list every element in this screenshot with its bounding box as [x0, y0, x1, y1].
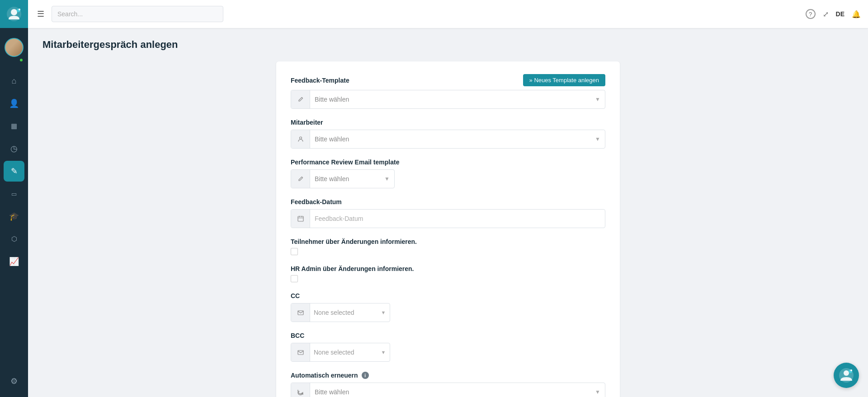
analytics-icon: 📈 [9, 257, 19, 266]
cc-select-row[interactable]: None selected ▼ [291, 303, 390, 322]
info-icon[interactable]: i [362, 372, 369, 379]
email-template-select[interactable]: Bitte wählen [310, 170, 380, 188]
email-icon [291, 304, 310, 322]
bcc-section: BCC None selected ▼ [291, 332, 605, 362]
sidebar-item-users[interactable]: 👤 [4, 93, 24, 114]
feedback-datum-row [291, 209, 605, 228]
cc-value: None selected [310, 304, 377, 322]
sidebar-item-education[interactable]: 🎓 [4, 206, 24, 227]
calendar2-icon [291, 210, 310, 228]
feedback-template-chevron: ▼ [590, 90, 605, 108]
mitarbeiter-section: Mitarbeiter Bitte wählen ▼ [291, 119, 605, 149]
menu-button[interactable]: ☰ [35, 7, 46, 21]
content-area: Mitarbeitergespräch anlegen Feedback-Tem… [28, 28, 868, 397]
feedback-datum-section: Feedback-Datum [291, 198, 605, 228]
home-icon: ⌂ [12, 76, 17, 86]
feedback-template-select[interactable]: Bitte wählen [310, 90, 590, 108]
sidebar-item-calendar[interactable]: ▦ [4, 116, 24, 136]
hr-admin-label: HR Admin über Änderungen informieren. [291, 265, 605, 272]
mitarbeiter-select[interactable]: Bitte wählen [310, 130, 590, 148]
feedback-datum-label: Feedback-Datum [291, 198, 605, 206]
app-logo[interactable] [0, 0, 28, 28]
sidebar: ⌂ 👤 ▦ ◷ ✎ ▭ 🎓 ⬡ 📈 ⚙ [0, 0, 28, 397]
mitarbeiter-select-row: Bitte wählen ▼ [291, 130, 605, 149]
email2-icon [291, 343, 310, 361]
review-icon: ✎ [11, 166, 18, 176]
teilnehmer-checkbox[interactable] [291, 248, 298, 255]
sidebar-item-share[interactable]: ⬡ [4, 229, 24, 249]
help-button[interactable]: ? [806, 9, 816, 19]
mitarbeiter-label: Mitarbeiter [291, 119, 605, 126]
sidebar-item-clock[interactable]: ◷ [4, 138, 24, 159]
feedback-template-header: Feedback-Template » Neues Template anleg… [291, 74, 605, 86]
users-icon: 👤 [9, 98, 19, 108]
svg-point-11 [850, 369, 852, 371]
teilnehmer-section: Teilnehmer über Änderungen informieren. [291, 238, 605, 255]
feedback-template-label: Feedback-Template [291, 77, 349, 84]
main-area: ☰ ? ⤢ DE 🔔 Mitarbeitergespräch anlegen F… [28, 0, 868, 397]
bcc-select-row[interactable]: None selected ▼ [291, 343, 390, 362]
fullscreen-button[interactable]: ⤢ [823, 10, 829, 19]
notifications-button[interactable]: 🔔 [852, 10, 861, 19]
automatisch-erneuern-label: Automatisch erneuern [291, 372, 358, 379]
search-input[interactable] [52, 6, 223, 22]
sidebar-item-analytics[interactable]: 📈 [4, 251, 24, 272]
feedback-datum-input[interactable] [310, 210, 605, 228]
svg-point-9 [844, 370, 849, 376]
email-template-section: Performance Review Email template Bitte … [291, 159, 605, 188]
avatar[interactable] [5, 38, 24, 57]
sidebar-item-review[interactable]: ✎ [4, 161, 24, 182]
share-icon: ⬡ [11, 235, 17, 243]
email-template-select-row: Bitte wählen ▼ [291, 169, 395, 188]
pencil-icon [291, 90, 310, 108]
page-title: Mitarbeitergespräch anlegen [42, 39, 854, 51]
automatisch-erneuern-chevron: ▼ [590, 383, 605, 397]
person-icon [291, 130, 310, 148]
education-icon: 🎓 [9, 211, 19, 221]
mitarbeiter-chevron: ▼ [590, 130, 605, 148]
automatisch-erneuern-select-row: Bitte wählen ▼ [291, 383, 605, 397]
svg-point-4 [299, 137, 302, 139]
feedback-template-select-row: Bitte wählen ▼ [291, 90, 605, 109]
svg-point-1 [11, 9, 17, 15]
sidebar-nav: ⌂ 👤 ▦ ◷ ✎ ▭ 🎓 ⬡ 📈 [4, 67, 24, 371]
hr-admin-checkbox-row [291, 275, 605, 282]
bcc-label: BCC [291, 332, 605, 339]
hr-admin-checkbox[interactable] [291, 275, 298, 282]
online-indicator [19, 58, 24, 62]
new-template-button[interactable]: » Neues Template anlegen [523, 74, 605, 86]
cc-chevron: ▼ [377, 304, 390, 322]
pencil2-icon [291, 170, 310, 188]
sidebar-item-card[interactable]: ▭ [4, 183, 24, 204]
card-icon: ▭ [11, 191, 17, 197]
svg-rect-5 [298, 216, 303, 221]
form-card: Feedback-Template » Neues Template anleg… [276, 61, 620, 397]
automatisch-erneuern-section: Automatisch erneuern i Bitte wählen ▼ [291, 372, 605, 397]
svg-point-3 [19, 9, 20, 10]
clock-icon: ◷ [10, 144, 18, 154]
topbar: ☰ ? ⤢ DE 🔔 [28, 0, 868, 28]
teilnehmer-label: Teilnehmer über Änderungen informieren. [291, 238, 605, 245]
help-fab[interactable] [834, 363, 859, 388]
teilnehmer-checkbox-row [291, 248, 605, 255]
cc-label: CC [291, 292, 605, 299]
email-template-label: Performance Review Email template [291, 159, 605, 166]
sidebar-item-home[interactable]: ⌂ [4, 70, 24, 91]
sidebar-bottom: ⚙ [4, 371, 24, 397]
topbar-actions: ? ⤢ DE 🔔 [806, 9, 861, 19]
sync-icon [291, 383, 310, 397]
cc-section: CC None selected ▼ [291, 292, 605, 322]
feedback-template-section: Feedback-Template » Neues Template anleg… [291, 74, 605, 109]
automatisch-erneuern-select[interactable]: Bitte wählen [310, 383, 590, 397]
settings-icon: ⚙ [10, 376, 18, 386]
bcc-value: None selected [310, 343, 377, 361]
bcc-chevron: ▼ [377, 343, 390, 361]
email-template-chevron: ▼ [380, 170, 394, 188]
calendar-icon: ▦ [11, 122, 17, 130]
language-selector[interactable]: DE [836, 10, 844, 18]
sidebar-item-settings[interactable]: ⚙ [4, 371, 24, 392]
hr-admin-section: HR Admin über Änderungen informieren. [291, 265, 605, 282]
